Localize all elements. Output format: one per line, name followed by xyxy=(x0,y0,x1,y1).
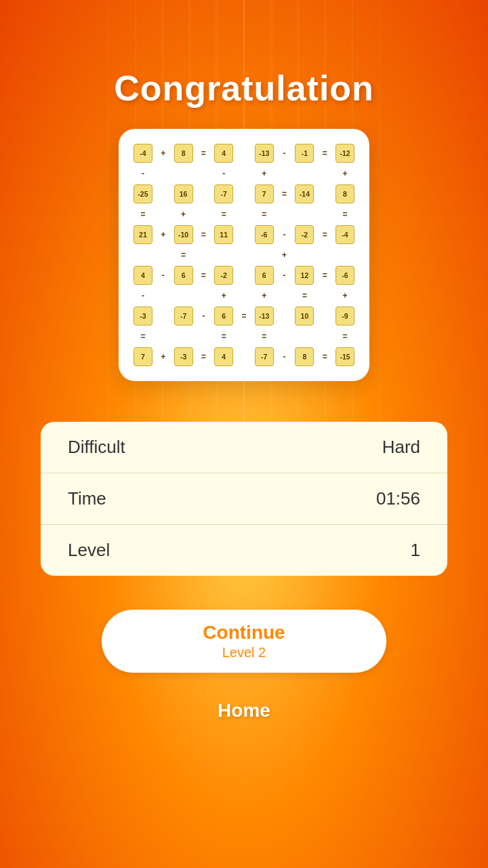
time-value: 01:56 xyxy=(376,488,420,509)
puzzle-table: -4+8=4 -13--1=-12 -- ++ -2516-7 7=-148 =… xyxy=(132,142,356,368)
stats-card: Difficult Hard Time 01:56 Level 1 xyxy=(41,422,447,576)
continue-sub-label: Level 2 xyxy=(142,645,346,660)
continue-button[interactable]: Continue Level 2 xyxy=(102,610,386,673)
puzzle-grid-wrapper: -4+8=4 -13--1=-12 -- ++ -2516-7 7=-148 =… xyxy=(132,142,356,368)
difficult-value: Hard xyxy=(382,437,420,458)
stat-row-time: Time 01:56 xyxy=(41,473,447,525)
page-title: Congratulation xyxy=(114,68,374,108)
home-button[interactable]: Home xyxy=(190,693,298,728)
difficult-label: Difficult xyxy=(68,437,125,458)
level-label: Level xyxy=(68,540,110,561)
time-label: Time xyxy=(68,488,106,509)
stat-row-level: Level 1 xyxy=(41,525,447,576)
stat-row-difficult: Difficult Hard xyxy=(41,422,447,473)
puzzle-card: -4+8=4 -13--1=-12 -- ++ -2516-7 7=-148 =… xyxy=(119,129,369,381)
level-value: 1 xyxy=(411,540,420,561)
continue-main-label: Continue xyxy=(142,622,346,644)
